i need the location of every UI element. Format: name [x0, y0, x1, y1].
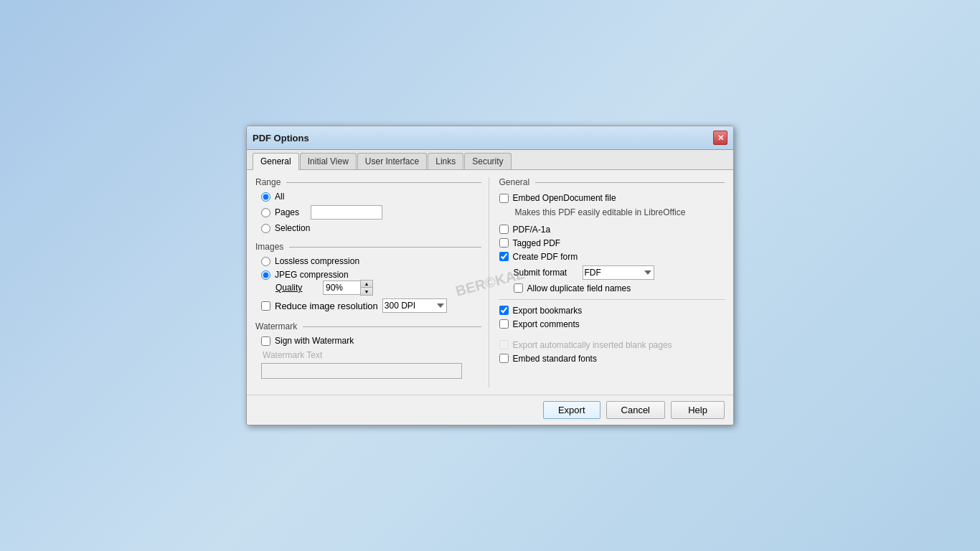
- left-panel: Range All Pages Select: [255, 177, 489, 387]
- quality-up-button[interactable]: ▲: [361, 281, 372, 288]
- tab-bar: General Initial View User Interface Link…: [247, 150, 733, 170]
- tab-content: Range All Pages Select: [247, 170, 733, 395]
- dialog-title: PDF Options: [253, 133, 309, 143]
- create-pdf-form-label[interactable]: Create PDF form: [513, 252, 578, 262]
- pdf-options-dialog: PDF Options ✕ General Initial View User …: [246, 126, 734, 425]
- radio-pages-row: Pages: [261, 205, 481, 220]
- dpi-select[interactable]: 300 DPI 150 DPI 72 DPI: [382, 298, 447, 313]
- quality-down-button[interactable]: ▼: [361, 288, 372, 295]
- embed-fonts-row: Embed standard fonts: [499, 354, 725, 364]
- pdfa-row: PDF/A-1a: [499, 225, 725, 235]
- export-bookmarks-row: Export bookmarks: [499, 306, 725, 316]
- radio-all-label[interactable]: All: [275, 192, 284, 202]
- embed-opendoc-desc: Makes this PDF easily editable in LibreO…: [499, 207, 725, 219]
- radio-jpeg-label[interactable]: JPEG compression: [275, 270, 349, 280]
- images-label: Images: [255, 242, 481, 252]
- export-comments-label[interactable]: Export comments: [513, 319, 580, 329]
- sign-watermark-checkbox[interactable]: [261, 336, 270, 346]
- radio-selection[interactable]: [261, 224, 270, 233]
- tagged-pdf-row: Tagged PDF: [499, 238, 725, 248]
- reduce-resolution-label[interactable]: Reduce image resolution: [275, 301, 378, 311]
- export-blank-pages-label: Export automatically inserted blank page…: [513, 340, 672, 350]
- embed-opendoc-checkbox[interactable]: [499, 194, 509, 203]
- quality-spinner-buttons: ▲ ▼: [360, 280, 373, 296]
- images-section: Images Lossless compression JPEG compres…: [255, 242, 481, 313]
- submit-format-label: Submit format: [514, 268, 578, 278]
- help-button[interactable]: Help: [671, 401, 725, 419]
- radio-jpeg[interactable]: [261, 270, 270, 280]
- tab-initial-view[interactable]: Initial View: [300, 153, 357, 169]
- pdfa-checkbox[interactable]: [499, 225, 509, 234]
- sign-watermark-row: Sign with Watermark: [255, 336, 481, 346]
- right-panel: General Embed OpenDocument file Makes th…: [489, 177, 725, 387]
- watermark-label: Watermark: [255, 321, 481, 331]
- create-pdf-form-checkbox[interactable]: [499, 252, 509, 261]
- radio-all[interactable]: [261, 192, 270, 202]
- radio-lossless-label[interactable]: Lossless compression: [275, 256, 359, 266]
- export-comments-row: Export comments: [499, 319, 725, 329]
- cancel-button[interactable]: Cancel: [606, 401, 665, 419]
- reduce-resolution-row: Reduce image resolution 300 DPI 150 DPI …: [255, 298, 481, 313]
- allow-duplicate-label[interactable]: Allow duplicate field names: [527, 283, 631, 293]
- submit-format-select[interactable]: FDF PDF HTML XML: [583, 265, 654, 280]
- export-comments-checkbox[interactable]: [499, 319, 509, 329]
- embed-fonts-label[interactable]: Embed standard fonts: [513, 354, 597, 364]
- allow-duplicate-row: Allow duplicate field names: [499, 283, 725, 293]
- export-bookmarks-checkbox[interactable]: [499, 306, 509, 315]
- close-button[interactable]: ✕: [713, 131, 727, 145]
- create-pdf-form-row: Create PDF form: [499, 252, 725, 262]
- quality-input[interactable]: [323, 281, 360, 295]
- submit-format-row: Submit format FDF PDF HTML XML: [499, 265, 725, 280]
- quality-label: Quality: [275, 283, 319, 293]
- radio-selection-row: Selection: [261, 223, 481, 233]
- watermark-text-input[interactable]: [261, 363, 462, 379]
- right-general-label: General: [499, 177, 725, 187]
- embed-fonts-checkbox[interactable]: [499, 354, 509, 363]
- radio-all-row: All: [261, 192, 481, 202]
- export-bookmarks-label[interactable]: Export bookmarks: [513, 306, 583, 316]
- quality-row: Quality ▲ ▼: [255, 280, 481, 296]
- radio-jpeg-row: JPEG compression: [261, 270, 481, 280]
- radio-pages[interactable]: [261, 208, 270, 217]
- radio-pages-label[interactable]: Pages: [275, 207, 299, 217]
- watermark-section: Watermark Sign with Watermark Watermark …: [255, 321, 481, 379]
- range-label: Range: [255, 177, 481, 187]
- radio-lossless-row: Lossless compression: [261, 256, 481, 266]
- tab-user-interface[interactable]: User Interface: [357, 153, 427, 169]
- radio-selection-label[interactable]: Selection: [275, 223, 310, 233]
- reduce-resolution-checkbox[interactable]: [261, 301, 270, 311]
- tagged-pdf-checkbox[interactable]: [499, 238, 509, 248]
- allow-duplicate-checkbox[interactable]: [514, 283, 523, 293]
- export-blank-pages-checkbox[interactable]: [499, 340, 509, 349]
- export-blank-pages-row: Export automatically inserted blank page…: [499, 340, 725, 350]
- tab-security[interactable]: Security: [464, 153, 511, 169]
- watermark-text-label: Watermark Text: [261, 350, 481, 360]
- title-bar: PDF Options ✕: [247, 126, 733, 150]
- pdfa-label[interactable]: PDF/A-1a: [513, 225, 551, 235]
- pages-input[interactable]: [311, 205, 382, 220]
- export-button[interactable]: Export: [543, 401, 600, 419]
- embed-opendoc-label[interactable]: Embed OpenDocument file: [513, 193, 616, 203]
- sign-watermark-label[interactable]: Sign with Watermark: [275, 336, 354, 346]
- images-radio-group: Lossless compression JPEG compression: [255, 256, 481, 280]
- quality-spinner: ▲ ▼: [323, 280, 373, 296]
- tab-general[interactable]: General: [253, 153, 299, 170]
- footer: Export Cancel Help: [247, 395, 733, 425]
- range-radio-group: All Pages Selection: [255, 192, 481, 233]
- embed-opendoc-row: Embed OpenDocument file: [499, 193, 725, 203]
- tab-links[interactable]: Links: [428, 153, 463, 169]
- tagged-pdf-label[interactable]: Tagged PDF: [513, 238, 561, 248]
- range-section: Range All Pages Select: [255, 177, 481, 233]
- radio-lossless[interactable]: [261, 257, 270, 266]
